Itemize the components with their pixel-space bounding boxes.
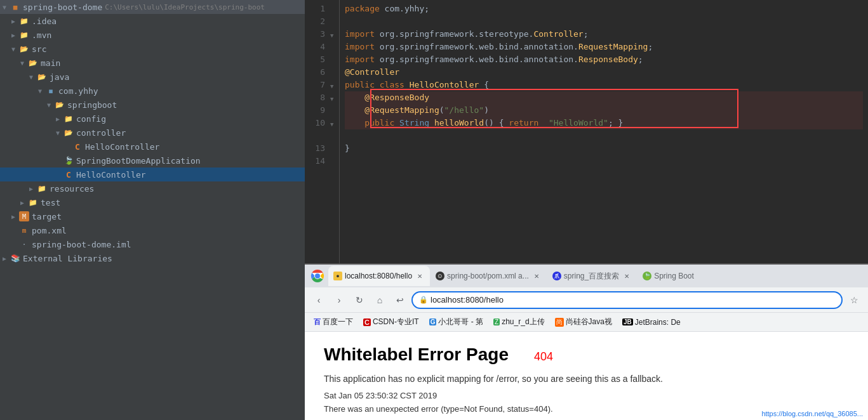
tree-label-src: src	[32, 44, 46, 54]
bookmark-button[interactable]: ☆	[845, 291, 863, 309]
status-bar: https://blog.csdn.net/qq_36085...	[756, 409, 868, 419]
code-line-5: import org.springframework.web.bind.anno…	[345, 53, 863, 66]
bookmarks-bar: 百 百度一下 C CSDN-专业IT G 小北哥哥 - 第 Z zhu_r_d上…	[305, 313, 868, 332]
tree-item-mvn[interactable]: ▶ 📁 .mvn	[0, 28, 305, 42]
tree-item-root[interactable]: ▼ ■ spring-boot-dome C:\Users\lulu\IdeaP…	[0, 0, 305, 14]
home-button[interactable]: ⌂	[371, 291, 389, 309]
svg-point-4	[315, 273, 320, 279]
chrome-logo-icon	[307, 266, 328, 286]
tree-arrow-extlibs: ▶	[3, 255, 10, 262]
forward-button[interactable]: ›	[330, 291, 348, 309]
back-button[interactable]: ‹	[310, 291, 328, 309]
page-title: Whitelabel Error Page	[324, 345, 509, 365]
tree-label-root: spring-boot-dome	[23, 3, 102, 12]
bookmark-favicon-jb: JB	[622, 318, 633, 325]
tab-localhost[interactable]: ● localhost:8080/hello ✕	[328, 266, 430, 286]
code-line-7: public class HelloContoller {	[345, 79, 863, 91]
bookmark-label-xb: 小北哥哥 - 第	[438, 317, 483, 327]
address-text: localhost:8080/hello	[431, 295, 835, 305]
bookmark-csdn[interactable]: C CSDN-专业IT	[359, 315, 423, 329]
file-tree: ▼ ■ spring-boot-dome C:\Users\lulu\IdeaP…	[0, 0, 305, 420]
tree-arrow-src: ▼	[11, 46, 19, 53]
tree-item-java[interactable]: ▼ 📂 java	[0, 70, 305, 84]
bookmark-baidu[interactable]: 百 百度一下	[310, 315, 357, 329]
tree-label-java: java	[50, 72, 69, 82]
address-bar[interactable]: 🔒 localhost:8080/hello	[411, 291, 843, 309]
tab-github[interactable]: ⊙ spring-boot/pom.xml a... ✕	[431, 266, 547, 286]
java-icon-hellocontroller: C	[72, 141, 83, 152]
bookmark-sgg[interactable]: 尚 尚硅谷Java视	[551, 315, 616, 329]
code-line-14	[345, 155, 863, 167]
browser-panel: ● localhost:8080/hello ✕ ⊙ spring-boot/p…	[305, 263, 868, 420]
tree-label-hellocontroller: HelloController	[85, 142, 159, 152]
tab-title-github: spring-boot/pom.xml a...	[447, 272, 529, 280]
tree-label-mvn: .mvn	[32, 30, 51, 40]
tree-label-target: target	[32, 212, 62, 221]
error-code: 404	[534, 350, 553, 364]
tree-item-iml[interactable]: · spring-boot-dome.iml	[0, 237, 305, 251]
tree-label-controller: controller	[76, 128, 126, 138]
tree-label-springbootapp: SpringBootDomeApplication	[76, 156, 201, 166]
tree-label-hellocontoller: HelloContoller	[76, 170, 146, 180]
right-panel: 1 2 3 4 5 6 7 8 9 10 13 14 ▼ ▼ ▼ ▼	[305, 0, 868, 420]
tree-label-springboot: springboot	[67, 100, 117, 110]
tree-item-springbootapp[interactable]: 🍃 SpringBootDomeApplication	[0, 154, 305, 167]
tree-label-resources: resources	[50, 184, 94, 194]
line-numbers: 1 2 3 4 5 6 7 8 9 10 13 14	[305, 0, 330, 263]
code-line-4: import org.springframework.web.bind.anno…	[345, 41, 863, 53]
tree-item-src[interactable]: ▼ 📂 src	[0, 42, 305, 56]
tree-item-resources[interactable]: ▶ 📁 resources	[0, 181, 305, 195]
bookmark-xb[interactable]: G 小北哥哥 - 第	[425, 315, 487, 329]
tab-close-baidu[interactable]: ✕	[622, 271, 632, 281]
code-line-8: @ResponseBody	[345, 91, 863, 104]
tab-title-localhost: localhost:8080/hello	[345, 272, 412, 280]
code-line-10: public String helloWorld() { return "Hel…	[345, 117, 863, 129]
bookmark-zrd[interactable]: Z zhu_r_d上传	[490, 315, 548, 329]
tree-item-pom[interactable]: m pom.xml	[0, 223, 305, 237]
tab-title-springboot: Spring Boot	[654, 272, 694, 280]
bookmark-label-sgg: 尚硅谷Java视	[566, 317, 612, 327]
reload-button[interactable]: ↻	[351, 291, 368, 309]
tree-path-root: C:\Users\lulu\IdeaProjects\spring-boot	[105, 3, 265, 11]
browser-toolbar: ‹ › ↻ ⌂ ↩ 🔒 localhost:8080/hello ☆	[305, 287, 868, 313]
bookmark-favicon-csdn: C	[363, 318, 371, 326]
bookmark-jb[interactable]: JB JetBrains: De	[618, 315, 684, 329]
code-content[interactable]: package com.yhhy; import org.springframe…	[340, 0, 868, 263]
tree-item-idea[interactable]: ▶ 📁 .idea	[0, 14, 305, 28]
extlibs-icon: 📚	[10, 253, 20, 263]
tree-item-springboot[interactable]: ▼ 📂 springboot	[0, 98, 305, 112]
tree-item-controller[interactable]: ▼ 📂 controller	[0, 126, 305, 140]
tree-label-pom: pom.xml	[32, 226, 67, 235]
folder-icon-java: 📂	[37, 72, 47, 82]
code-line-1: package com.yhhy;	[345, 3, 863, 15]
bookmark-favicon-zrd: Z	[493, 318, 500, 325]
tree-item-hellocontroller[interactable]: C HelloController	[0, 140, 305, 154]
tree-label-comyhhy: com.yhhy	[58, 86, 98, 96]
tree-arrow-root: ▼	[3, 4, 10, 11]
history-button[interactable]: ↩	[391, 291, 409, 309]
code-line-11	[345, 129, 863, 142]
tree-label-iml: spring-boot-dome.iml	[32, 240, 131, 249]
bookmark-favicon-xb: G	[429, 318, 437, 325]
tab-baidu[interactable]: 爪 spring_百度搜索 ✕	[547, 266, 637, 286]
tree-item-hellocontoller[interactable]: C HelloContoller	[0, 167, 305, 181]
bookmark-label-jb: JetBrains: De	[635, 318, 681, 327]
tree-item-comyhhy[interactable]: ▼ ◼ com.yhhy	[0, 84, 305, 98]
bookmark-favicon-baidu: 百	[314, 317, 321, 327]
tab-springboot[interactable]: 🍃 Spring Boot	[638, 266, 699, 286]
page-description: This application has no explicit mapping…	[324, 372, 849, 386]
tab-close-localhost[interactable]: ✕	[415, 271, 425, 281]
tree-item-main[interactable]: ▼ 📂 main	[0, 56, 305, 70]
page-timestamp: Sat Jan 05 23:50:32 CST 2019	[324, 391, 849, 400]
tree-arrow-java: ▼	[29, 74, 37, 81]
tree-arrow-springboot: ▼	[47, 102, 55, 108]
project-icon: ■	[10, 2, 20, 12]
tree-item-extlibs[interactable]: ▶ 📚 External Libraries	[0, 251, 305, 265]
tree-item-config[interactable]: ▶ 📁 config	[0, 112, 305, 126]
tree-item-target[interactable]: ▶ M target	[0, 209, 305, 223]
tree-item-test[interactable]: ▶ 📁 test	[0, 195, 305, 209]
tab-close-github[interactable]: ✕	[531, 271, 542, 281]
page-content: Whitelabel Error Page 404 This applicati…	[305, 332, 868, 420]
tab-bar: ● localhost:8080/hello ✕ ⊙ spring-boot/p…	[305, 265, 868, 287]
tree-arrow-target: ▶	[11, 213, 19, 220]
